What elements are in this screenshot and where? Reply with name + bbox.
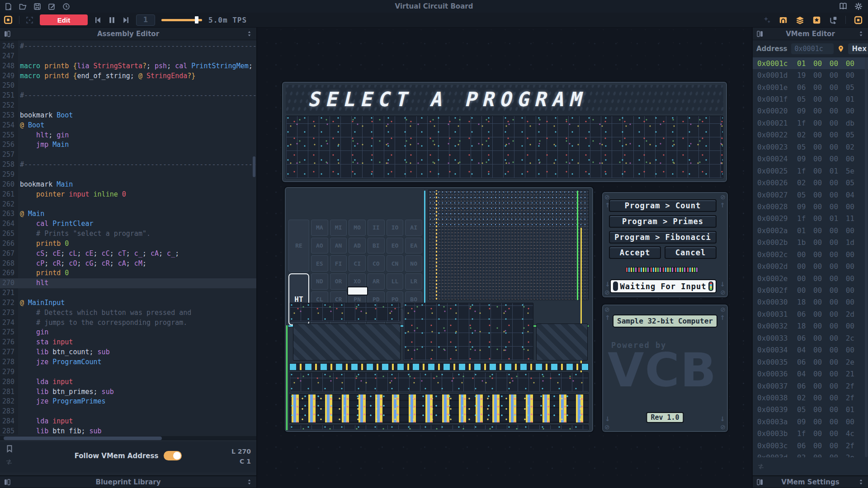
vmem-row[interactable]: 0x0003c06 00 00 2f bbox=[753, 440, 868, 451]
vmem-bytes[interactable]: 00 00 00 00 bbox=[797, 250, 854, 259]
selection-square-icon[interactable] bbox=[854, 16, 863, 24]
settings-gear-icon[interactable] bbox=[854, 2, 863, 10]
code-line[interactable]: 249macro printd {end_of_string; @ String… bbox=[0, 71, 256, 81]
expand-panel-icon[interactable] bbox=[858, 479, 864, 485]
code-line[interactable]: 247 bbox=[0, 52, 256, 61]
vmem-bytes[interactable]: 09 00 00 00 bbox=[797, 418, 854, 426]
vmem-row[interactable]: 0x0002305 00 00 02 bbox=[753, 141, 868, 153]
scrollbar-thumb[interactable] bbox=[4, 436, 162, 440]
vmem-bytes[interactable]: 06 00 00 2f bbox=[797, 382, 854, 390]
code-line[interactable]: 250 bbox=[0, 81, 256, 91]
manual-book-icon[interactable] bbox=[839, 2, 847, 10]
vmem-bytes[interactable]: 1f 00 01 5e bbox=[797, 167, 854, 175]
vmem-settings-header[interactable]: VMem Settings bbox=[753, 475, 868, 488]
capture-icon[interactable] bbox=[26, 16, 33, 24]
location-pin-icon[interactable] bbox=[837, 45, 844, 52]
vmem-row[interactable]: 0x0003106 00 00 2d bbox=[753, 308, 868, 320]
vmem-bytes[interactable]: 09 00 00 00 bbox=[797, 202, 854, 211]
vmem-row[interactable]: 0x000251f 00 01 5e bbox=[753, 165, 868, 177]
hex-mode-button[interactable]: Hex bbox=[848, 43, 868, 54]
new-file-icon[interactable] bbox=[5, 3, 12, 10]
code-line[interactable]: 284 lda input bbox=[0, 417, 256, 427]
panel-columns-icon[interactable] bbox=[756, 30, 764, 38]
code-line[interactable]: 281 lib btn_primes; sub bbox=[0, 387, 256, 397]
vmem-row[interactable]: 0x0002a01 00 00 00 bbox=[753, 225, 868, 236]
code-line[interactable]: 259 bbox=[0, 170, 256, 180]
vmem-row[interactable]: 0x0003506 00 00 2e bbox=[753, 356, 868, 368]
code-line[interactable]: 264 cal PrintClear bbox=[0, 219, 256, 229]
vmem-row[interactable]: 0x0002602 00 00 05 bbox=[753, 177, 868, 188]
code-line[interactable]: 270 hlt bbox=[0, 278, 256, 288]
edit-blueprint-icon[interactable] bbox=[48, 3, 56, 10]
vmem-row[interactable]: 0x0001e06 00 00 05 bbox=[753, 81, 868, 93]
code-line[interactable]: 253bookmark Boot bbox=[0, 111, 256, 121]
vmem-row[interactable]: 0x0001c01 00 00 00 bbox=[753, 57, 868, 69]
vmem-row[interactable]: 0x0003604 00 00 21 bbox=[753, 368, 868, 380]
code-line[interactable]: 266 printb 0 bbox=[0, 239, 256, 249]
vmem-bytes[interactable]: 06 00 00 05 bbox=[797, 83, 854, 92]
vmem-bytes[interactable]: 1f 00 00 db bbox=[797, 119, 854, 127]
component-card-icon[interactable] bbox=[779, 16, 788, 24]
vmem-bytes[interactable]: 06 00 00 2c bbox=[797, 334, 854, 343]
vmem-bytes[interactable]: 09 00 00 00 bbox=[797, 107, 854, 115]
history-icon[interactable] bbox=[62, 3, 70, 10]
code-line[interactable]: 267 cS; cE; cL; cE; cC; cT; c_; cA; c_; bbox=[0, 249, 256, 259]
code-horizontal-scrollbar[interactable] bbox=[0, 436, 256, 441]
follow-vmem-toggle[interactable] bbox=[164, 451, 182, 460]
tps-slider-handle[interactable] bbox=[195, 16, 198, 23]
vmem-bytes[interactable]: 04 00 00 21 bbox=[797, 370, 854, 378]
code-line[interactable]: 254@ Boot bbox=[0, 121, 256, 131]
vmem-bytes[interactable]: 06 00 00 2e bbox=[797, 358, 854, 366]
swap-arrows-icon[interactable] bbox=[757, 463, 764, 470]
vmem-bytes[interactable]: 00 00 00 00 bbox=[797, 262, 854, 271]
code-line[interactable]: 269 printd 0 bbox=[0, 268, 256, 278]
address-input[interactable] bbox=[791, 43, 834, 54]
vmem-row[interactable]: 0x0001f05 00 00 01 bbox=[753, 93, 868, 105]
code-line[interactable]: 274 # jumps to the corresponding program… bbox=[0, 318, 256, 328]
vmem-bytes[interactable]: 19 00 00 00 bbox=[797, 71, 854, 80]
code-line[interactable]: 258#------------------------------------… bbox=[0, 160, 256, 170]
vmem-bytes[interactable]: 18 00 00 00 bbox=[797, 322, 854, 330]
code-editor[interactable]: 246#------------------------------------… bbox=[0, 40, 256, 435]
panel-columns-icon[interactable] bbox=[4, 30, 11, 38]
vmem-row[interactable]: 0x0002b1b 00 00 1d bbox=[753, 237, 868, 249]
panel-columns-icon[interactable] bbox=[4, 479, 11, 486]
layers-icon[interactable] bbox=[796, 16, 804, 24]
edit-mode-button[interactable]: Edit bbox=[40, 14, 88, 25]
code-line[interactable]: 246#------------------------------------… bbox=[0, 42, 256, 52]
code-line[interactable]: 276 sta input bbox=[0, 338, 256, 347]
vmem-row[interactable]: 0x0003d02 00 00 2e bbox=[753, 451, 868, 457]
code-line[interactable]: 256 jmp Main bbox=[0, 140, 256, 150]
vmem-bytes[interactable]: 1f 00 00 4c bbox=[797, 429, 854, 438]
code-line[interactable]: 280 lda input bbox=[0, 377, 256, 387]
step-forward-icon[interactable] bbox=[122, 16, 130, 24]
code-line[interactable]: 273 # Detects which button was pressed a… bbox=[0, 308, 256, 318]
code-line[interactable]: 279 bbox=[0, 367, 256, 377]
code-line[interactable]: 251#------------------------------------… bbox=[0, 91, 256, 101]
accept-button[interactable]: Accept bbox=[609, 246, 661, 259]
layer-square-icon[interactable] bbox=[4, 15, 13, 24]
vmem-row[interactable]: 0x0002f00 00 00 00 bbox=[753, 284, 868, 296]
sparkles-icon[interactable] bbox=[763, 16, 771, 24]
vmem-row[interactable]: 0x0002c00 00 00 00 bbox=[753, 249, 868, 260]
code-line[interactable]: 282 jze ProgramPrimes bbox=[0, 397, 256, 407]
code-line[interactable]: 255 hlt; gin bbox=[0, 131, 256, 141]
expand-panel-icon[interactable] bbox=[246, 479, 253, 485]
code-line[interactable]: 248macro printb {lia StringStarta?; psh;… bbox=[0, 61, 256, 71]
circuit-canvas[interactable]: SELECT A PROGRAM REHTMAMIMOIIIOAIAOANADB… bbox=[258, 28, 752, 488]
vmem-bytes[interactable]: 00 00 00 00 bbox=[797, 274, 854, 283]
vmem-row[interactable]: 0x0003018 00 00 00 bbox=[753, 296, 868, 308]
cancel-button[interactable]: Cancel bbox=[665, 246, 717, 259]
vmem-bytes[interactable]: 02 00 00 05 bbox=[797, 178, 854, 187]
favorites-star-icon[interactable] bbox=[812, 16, 821, 24]
program-button[interactable]: Program > Primes bbox=[609, 215, 717, 228]
code-line[interactable]: 268 cP; cR; cO; cG; cR; cA; cM; bbox=[0, 259, 256, 269]
vmem-rows[interactable]: 0x0001c01 00 00 000x0001d19 00 00 000x00… bbox=[753, 57, 868, 457]
vmem-scrollbar[interactable] bbox=[865, 57, 868, 457]
code-line[interactable]: 271 bbox=[0, 288, 256, 298]
program-button[interactable]: Program > Fibonacci bbox=[609, 231, 717, 244]
vmem-bytes[interactable]: 06 00 00 2d bbox=[797, 310, 854, 319]
code-line[interactable]: 275 gin bbox=[0, 328, 256, 338]
vmem-row[interactable]: 0x0002409 00 00 00 bbox=[753, 153, 868, 165]
code-line[interactable]: 277 lib btn_count; sub bbox=[0, 347, 256, 357]
